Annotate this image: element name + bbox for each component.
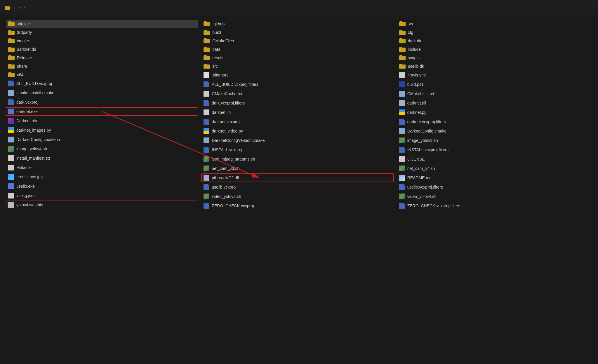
folder-icon <box>399 64 406 69</box>
file-item-build_ps1[interactable]: build.ps1 <box>397 80 589 89</box>
vcxproj-icon <box>204 81 209 87</box>
folder-icon <box>399 47 406 52</box>
file-item-makefile[interactable]: Makefile <box>6 163 198 172</box>
file-item-darknet_video_py[interactable]: darknet_video.py <box>201 127 394 135</box>
file-item-darknetconfig_cmake[interactable]: DarknetConfig.cmake <box>397 127 589 135</box>
svg-rect-98 <box>399 203 405 209</box>
file-item-zero_check_vcxproj[interactable]: ZERO_CHECK.vcxproj <box>201 201 394 210</box>
file-item-pthreadvc2_dll[interactable]: pthreadVC2.dll <box>201 173 394 182</box>
file-item-build[interactable]: build <box>201 28 394 36</box>
file-label-zero_check_vcxproj_filters: ZERO_CHECK.vcxproj.filters <box>407 203 460 208</box>
file-label-share: share <box>17 64 27 69</box>
file-item-darknetconfigversion_cmake[interactable]: DarknetConfigVersion.cmake <box>201 136 394 145</box>
file-item-results[interactable]: results <box>201 54 394 62</box>
file-label-darknet_exe: darknet.exe <box>16 109 38 114</box>
file-item-json_mjpeg_streams_sh[interactable]: json_mjpeg_streams.sh <box>201 155 394 163</box>
file-item-cmake[interactable]: cmake <box>6 37 198 45</box>
file-item-share[interactable]: share <box>6 62 198 70</box>
file-item-travis_yml[interactable]: .travis.yml <box>397 71 589 79</box>
file-item-darknet_dir[interactable]: darknet.dir <box>6 45 198 53</box>
file-item-yolov4_weights[interactable]: yolov4.weights <box>6 201 198 209</box>
vcxproj-icon <box>399 119 405 125</box>
file-item-uselib_exe[interactable]: uselib.exe <box>6 182 198 191</box>
file-item-zero_check_vcxproj_filters[interactable]: ZERO_CHECK.vcxproj.filters <box>397 201 589 210</box>
file-item-darknet_py[interactable]: darknet.py <box>397 108 589 117</box>
file-item-video_yolov3_sh[interactable]: video_yolov3.sh <box>201 192 394 201</box>
file-item-dark_vcxproj[interactable]: dark.vcxproj <box>6 98 198 107</box>
file-item-include[interactable]: include <box>397 45 589 53</box>
file-item-data[interactable]: data <box>201 45 394 53</box>
py-icon <box>8 127 14 133</box>
file-label-darknetconfigversion_cmake: DarknetConfigVersion.cmake <box>212 138 265 143</box>
file-item-dark_dir[interactable]: dark.dir <box>397 37 589 45</box>
file-item-src[interactable]: src <box>201 62 394 70</box>
file-label-vs: .vs <box>408 22 413 26</box>
cmake-icon <box>399 128 405 134</box>
file-item-uselib_dir[interactable]: uselib.dir <box>397 62 589 70</box>
file-item-darknet_exe[interactable]: darknet.exe <box>6 107 198 116</box>
file-item-license[interactable]: LICENSE <box>397 155 589 163</box>
file-item-uselib_vcxproj[interactable]: uselib.vcxproj <box>201 183 394 191</box>
file-item-video_yolov4_sh[interactable]: video_yolov4.sh <box>397 192 589 201</box>
svg-rect-69 <box>399 21 402 23</box>
file-item-vcpkg_json[interactable]: vcpkg.json <box>6 191 198 200</box>
file-item-release[interactable]: Release <box>6 54 198 62</box>
file-item-readme_md[interactable]: README.md <box>397 173 589 182</box>
file-item-cmakefiles[interactable]: CMakeFiles <box>201 37 394 45</box>
file-item-all_build_vcxproj[interactable]: ALL_BUILD.vcxproj <box>6 79 198 88</box>
svg-rect-59 <box>204 184 209 190</box>
svg-rect-7 <box>8 47 11 48</box>
file-item-dark_vcxproj_filters[interactable]: dark.vcxproj.filters <box>201 99 394 107</box>
file-label-data: data <box>212 47 220 52</box>
cmake-icon <box>399 91 405 97</box>
file-item-darknet_dll[interactable]: darknet.dll <box>397 99 589 107</box>
file-item-3rdparty[interactable]: 3rdparty <box>6 28 198 36</box>
file-item-cmake_install[interactable]: cmake_install.cmake <box>6 88 198 97</box>
file-item-cmakecache_txt[interactable]: CMakeCache.txt <box>201 89 394 98</box>
file-item-install_manifest_txt[interactable]: install_manifest.txt <box>6 154 198 163</box>
file-item-install_vcxproj_filters[interactable]: INSTALL.vcxproj.filters <box>397 145 589 154</box>
file-label-uselib_exe: uselib.exe <box>16 184 35 189</box>
weights-icon <box>8 202 14 208</box>
file-item-circleci[interactable]: .circleci <box>6 20 198 28</box>
file-item-image_yolov3_sh[interactable]: image_yolov3.sh <box>397 136 589 145</box>
file-item-x64[interactable]: x64 <box>6 71 198 79</box>
file-item-darknet_images_py[interactable]: darknet_images.py <box>6 126 198 135</box>
file-label-darknet_vcxproj: darknet.vcxproj <box>212 119 239 124</box>
file-item-image_yolov4_sh[interactable]: image_yolov4.sh <box>6 144 198 153</box>
sh-icon <box>204 156 209 162</box>
file-item-install_vcxproj[interactable]: INSTALL.vcxproj <box>201 145 394 154</box>
file-label-release: Release <box>17 55 32 60</box>
file-item-gitignore[interactable]: .gitignore <box>201 71 394 79</box>
file-item-net_cam_v3_sh[interactable]: net_cam_v3.sh <box>201 164 394 173</box>
file-label-darknet_dll: darknet.dll <box>407 101 426 105</box>
file-item-vs[interactable]: .vs <box>397 20 589 28</box>
folder-icon <box>5 5 10 10</box>
file-label-darknet_dir: darknet.dir <box>17 47 36 52</box>
file-label-zero_check_vcxproj: ZERO_CHECK.vcxproj <box>212 203 254 208</box>
file-item-uselib_vcxproj_filters[interactable]: uselib.vcxproj.filters <box>397 183 589 191</box>
dll-icon <box>399 100 405 106</box>
file-label-readme_md: README.md <box>407 175 432 180</box>
file-item-all_build_filters[interactable]: ALL_BUILD.vcxproj.filters <box>201 80 394 89</box>
file-item-darknet_lib[interactable]: darknet.lib <box>201 108 394 117</box>
svg-rect-87 <box>399 147 405 153</box>
file-item-cfg[interactable]: cfg <box>397 28 589 36</box>
py-icon <box>204 128 209 134</box>
file-label-image_yolov4_sh: image_yolov4.sh <box>16 147 47 151</box>
file-item-darknetconfig_cmake_in[interactable]: DarknetConfig.cmake.in <box>6 135 198 144</box>
file-item-scripts[interactable]: scripts <box>397 54 589 62</box>
file-item-cmakelists_txt[interactable]: CMakeLists.txt <box>397 89 589 98</box>
file-item-github[interactable]: .github <box>201 20 394 28</box>
file-item-predictions_jpg[interactable]: predictions.jpg <box>6 173 198 181</box>
file-item-darknet_vcxproj_filters[interactable]: darknet.vcxproj.filters <box>397 117 589 126</box>
file-item-net_cam_v4_sh[interactable]: net_cam_v4.sh <box>397 164 589 173</box>
file-item-darknet_vcxproj[interactable]: darknet.vcxproj <box>201 117 394 126</box>
folder-icon <box>8 64 15 69</box>
svg-rect-74 <box>399 48 406 52</box>
file-item-darknet_sln[interactable]: Darknet.sln <box>6 116 198 125</box>
file-label-makefile: Makefile <box>16 165 32 170</box>
svg-rect-1 <box>8 21 11 23</box>
vcxproj-icon <box>399 147 405 153</box>
svg-rect-75 <box>399 47 402 48</box>
